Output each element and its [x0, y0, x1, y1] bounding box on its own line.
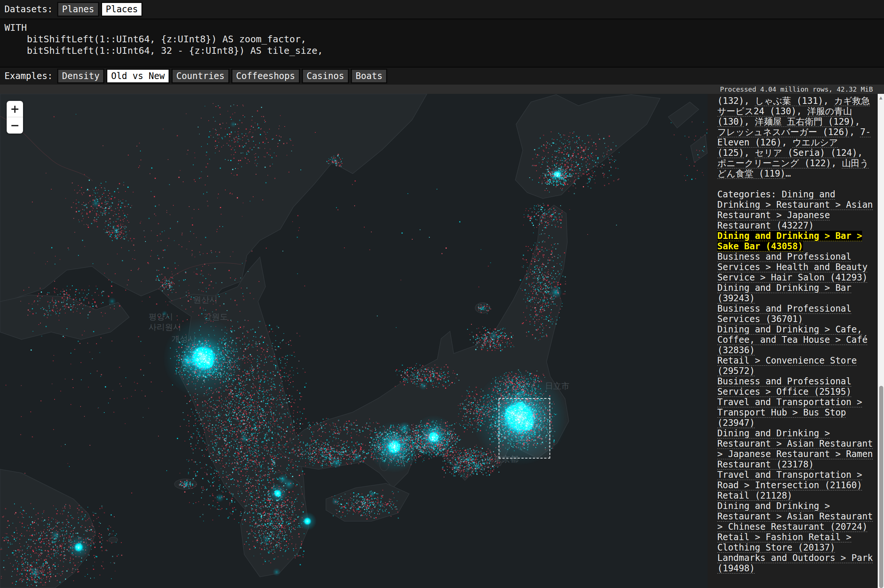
category-link[interactable]: Dining and Drinking > Cafe, Coffee, and … [717, 324, 867, 356]
example-button-countries[interactable]: Countries [171, 69, 230, 84]
datasets-label: Datasets: [5, 4, 53, 15]
example-button-casinos[interactable]: Casinos [302, 69, 349, 84]
dataset-button-places[interactable]: Places [101, 2, 143, 17]
category-link[interactable]: Business and Professional Services > Off… [717, 376, 851, 397]
datasets-bar: Datasets: PlanesPlaces [0, 0, 884, 18]
results-panel[interactable]: (132), しゃぶ葉 (131), カギ救急サービス24 (130), 洋服の… [708, 94, 878, 588]
dataset-button-planes[interactable]: Planes [57, 2, 99, 17]
datasets-buttons: PlanesPlaces [57, 2, 144, 17]
example-button-coffeeshops[interactable]: Coffeeshops [231, 69, 300, 84]
categories-list: Categories: Dining and Drinking > Restau… [717, 189, 874, 573]
example-button-boats[interactable]: Boats [351, 69, 387, 84]
examples-bar: Examples: DensityOld vs NewCountriesCoff… [0, 68, 884, 85]
category-link[interactable]: Retail > Fashion Retail > Clothing Store… [717, 532, 851, 553]
category-link[interactable]: Travel and Transportation > Road > Inter… [717, 470, 862, 490]
poi-name-link[interactable]: ポニークリーニング (122) [717, 158, 831, 168]
poi-name-link[interactable]: セリア (Seria) (124) [755, 148, 857, 158]
category-link[interactable]: Business and Professional Services > Hea… [717, 252, 867, 283]
selection-rectangle[interactable] [499, 398, 550, 459]
categories-label: Categories: [717, 189, 782, 200]
status-text: Processed 4.04 million rows, 42.32 MiB [720, 86, 873, 93]
category-link[interactable]: Business and Professional Services (3670… [717, 303, 851, 324]
category-link[interactable]: Landmarks and Outdoors > Park (19498) [717, 553, 873, 573]
zoom-in-button[interactable]: + [7, 101, 23, 117]
status-bar: Processed 4.04 million rows, 42.32 MiB [0, 85, 884, 94]
top-names-paragraph: (132), しゃぶ葉 (131), カギ救急サービス24 (130), 洋服の… [717, 96, 874, 179]
poi-name-link[interactable]: 洋麺屋 五右衛門 (129) [755, 117, 855, 127]
zoom-out-button[interactable]: − [7, 117, 23, 134]
sql-query-editor[interactable]: WITH bitShiftLeft(1::UInt64, {z:UInt8}) … [0, 18, 884, 68]
category-link[interactable]: Dining and Drinking > Bar (39243) [717, 283, 851, 303]
category-link[interactable]: Dining and Drinking > Restaurant > Asian… [717, 501, 873, 532]
examples-label: Examples: [5, 71, 53, 81]
poi-name-link[interactable]: フレッシュネスバーガー (126) [717, 127, 849, 137]
poi-name-link[interactable]: しゃぶ葉 (131) [755, 96, 823, 106]
example-button-old-vs-new[interactable]: Old vs New [106, 69, 170, 84]
category-link[interactable]: Travel and Transportation > Transport Hu… [717, 397, 862, 428]
category-link-highlighted[interactable]: Dining and Drinking > Bar > Sake Bar (43… [717, 231, 862, 252]
scrollbar-thumb[interactable] [879, 386, 883, 588]
page-scrollbar[interactable]: ▲ [878, 94, 884, 588]
category-link[interactable]: Dining and Drinking > Restaurant > Asian… [717, 428, 873, 470]
category-link[interactable]: Retail (21128) [717, 490, 792, 501]
scrollbar-up-arrow[interactable]: ▲ [878, 94, 884, 103]
example-button-density[interactable]: Density [57, 69, 104, 84]
examples-buttons: DensityOld vs NewCountriesCoffeeshopsCas… [57, 69, 389, 84]
map-zoom-control: + − [7, 101, 23, 134]
category-link[interactable]: Retail > Convenience Store (29572) [717, 356, 857, 376]
